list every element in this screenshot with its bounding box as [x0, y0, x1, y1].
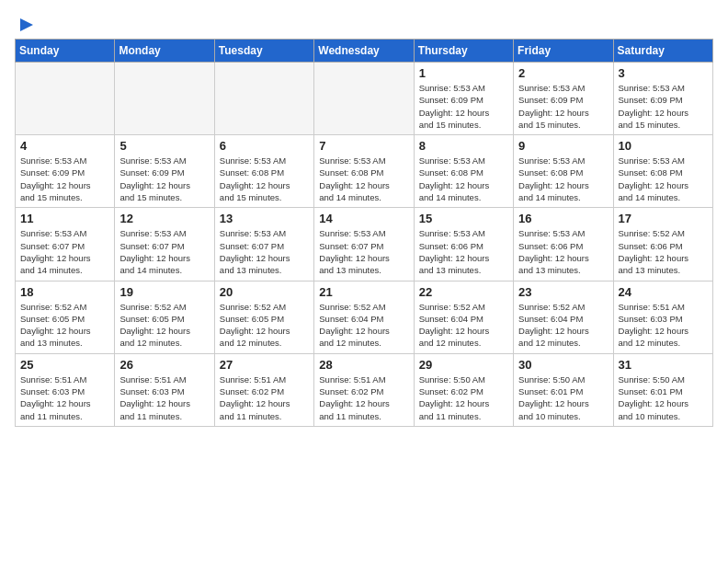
calendar-cell: 28Sunrise: 5:51 AMSunset: 6:02 PMDayligh… [314, 353, 414, 426]
day-header-monday: Monday [115, 40, 214, 63]
day-header-wednesday: Wednesday [314, 40, 414, 63]
calendar-cell: 4Sunrise: 5:53 AMSunset: 6:09 PMDaylight… [16, 135, 115, 208]
day-number: 8 [419, 139, 508, 153]
day-info: Sunrise: 5:53 AMSunset: 6:06 PMDaylight:… [419, 227, 508, 276]
calendar-cell [314, 63, 414, 135]
day-number: 24 [619, 285, 708, 299]
calendar-cell: 6Sunrise: 5:53 AMSunset: 6:08 PMDaylight… [214, 135, 313, 208]
day-info: Sunrise: 5:53 AMSunset: 6:08 PMDaylight:… [518, 155, 608, 203]
day-info: Sunrise: 5:51 AMSunset: 6:02 PMDaylight:… [319, 373, 408, 422]
day-info: Sunrise: 5:53 AMSunset: 6:08 PMDaylight:… [319, 155, 408, 203]
calendar-body: 1Sunrise: 5:53 AMSunset: 6:09 PMDaylight… [16, 63, 713, 427]
day-number: 29 [419, 358, 508, 372]
calendar-cell [16, 63, 115, 135]
day-number: 18 [20, 285, 109, 299]
calendar-cell: 24Sunrise: 5:51 AMSunset: 6:03 PMDayligh… [613, 281, 712, 353]
calendar-cell: 2Sunrise: 5:53 AMSunset: 6:09 PMDaylight… [514, 63, 613, 135]
day-info: Sunrise: 5:53 AMSunset: 6:09 PMDaylight:… [518, 82, 608, 131]
day-info: Sunrise: 5:53 AMSunset: 6:09 PMDaylight:… [419, 82, 508, 131]
day-number: 23 [518, 285, 608, 299]
calendar-cell: 27Sunrise: 5:51 AMSunset: 6:02 PMDayligh… [214, 353, 313, 426]
day-header-sunday: Sunday [16, 40, 115, 63]
day-number: 25 [20, 358, 109, 372]
calendar-week-0: 1Sunrise: 5:53 AMSunset: 6:09 PMDaylight… [16, 63, 713, 135]
calendar-cell: 13Sunrise: 5:53 AMSunset: 6:07 PMDayligh… [214, 208, 313, 281]
svg-marker-0 [20, 18, 33, 31]
day-info: Sunrise: 5:53 AMSunset: 6:07 PMDaylight:… [119, 227, 209, 276]
calendar-week-4: 25Sunrise: 5:51 AMSunset: 6:03 PMDayligh… [16, 353, 713, 426]
day-number: 7 [319, 139, 408, 153]
day-info: Sunrise: 5:52 AMSunset: 6:05 PMDaylight:… [220, 301, 309, 350]
day-number: 5 [119, 139, 209, 153]
calendar-cell: 22Sunrise: 5:52 AMSunset: 6:04 PMDayligh… [414, 281, 513, 353]
calendar-cell: 1Sunrise: 5:53 AMSunset: 6:09 PMDaylight… [414, 63, 513, 135]
calendar-cell: 15Sunrise: 5:53 AMSunset: 6:06 PMDayligh… [414, 208, 513, 281]
calendar-week-1: 4Sunrise: 5:53 AMSunset: 6:09 PMDaylight… [16, 135, 713, 208]
day-info: Sunrise: 5:53 AMSunset: 6:07 PMDaylight:… [20, 227, 109, 276]
day-info: Sunrise: 5:53 AMSunset: 6:08 PMDaylight:… [419, 155, 508, 203]
calendar-cell: 5Sunrise: 5:53 AMSunset: 6:09 PMDaylight… [115, 135, 214, 208]
day-number: 20 [220, 285, 309, 299]
day-header-thursday: Thursday [414, 40, 513, 63]
day-info: Sunrise: 5:52 AMSunset: 6:05 PMDaylight:… [119, 301, 209, 350]
day-info: Sunrise: 5:51 AMSunset: 6:02 PMDaylight:… [220, 373, 309, 422]
logo [15, 15, 37, 31]
day-info: Sunrise: 5:52 AMSunset: 6:04 PMDaylight:… [518, 301, 608, 350]
calendar: SundayMondayTuesdayWednesdayThursdayFrid… [15, 39, 713, 427]
day-number: 31 [619, 358, 708, 372]
calendar-cell: 12Sunrise: 5:53 AMSunset: 6:07 PMDayligh… [115, 208, 214, 281]
day-number: 28 [319, 358, 408, 372]
day-number: 15 [419, 212, 508, 225]
calendar-cell: 23Sunrise: 5:52 AMSunset: 6:04 PMDayligh… [514, 281, 613, 353]
day-info: Sunrise: 5:53 AMSunset: 6:07 PMDaylight:… [319, 227, 408, 276]
day-number: 17 [619, 212, 708, 225]
day-number: 14 [319, 212, 408, 225]
day-number: 12 [119, 212, 209, 225]
calendar-cell: 17Sunrise: 5:52 AMSunset: 6:06 PMDayligh… [613, 208, 712, 281]
day-info: Sunrise: 5:51 AMSunset: 6:03 PMDaylight:… [20, 373, 109, 422]
day-number: 10 [619, 139, 708, 153]
calendar-week-2: 11Sunrise: 5:53 AMSunset: 6:07 PMDayligh… [16, 208, 713, 281]
calendar-cell: 20Sunrise: 5:52 AMSunset: 6:05 PMDayligh… [214, 281, 313, 353]
day-info: Sunrise: 5:53 AMSunset: 6:08 PMDaylight:… [619, 155, 708, 203]
calendar-cell: 7Sunrise: 5:53 AMSunset: 6:08 PMDaylight… [314, 135, 414, 208]
day-info: Sunrise: 5:50 AMSunset: 6:01 PMDaylight:… [619, 373, 708, 422]
day-info: Sunrise: 5:53 AMSunset: 6:06 PMDaylight:… [518, 227, 608, 276]
day-info: Sunrise: 5:52 AMSunset: 6:04 PMDaylight:… [419, 301, 508, 350]
calendar-cell: 25Sunrise: 5:51 AMSunset: 6:03 PMDayligh… [16, 353, 115, 426]
calendar-cell: 21Sunrise: 5:52 AMSunset: 6:04 PMDayligh… [314, 281, 414, 353]
day-number: 16 [518, 212, 608, 225]
calendar-cell: 11Sunrise: 5:53 AMSunset: 6:07 PMDayligh… [16, 208, 115, 281]
calendar-cell: 31Sunrise: 5:50 AMSunset: 6:01 PMDayligh… [613, 353, 712, 426]
day-number: 27 [220, 358, 309, 372]
day-number: 3 [619, 66, 708, 80]
calendar-cell: 14Sunrise: 5:53 AMSunset: 6:07 PMDayligh… [314, 208, 414, 281]
day-info: Sunrise: 5:53 AMSunset: 6:09 PMDaylight:… [119, 155, 209, 203]
day-number: 26 [119, 358, 209, 372]
day-number: 21 [319, 285, 408, 299]
calendar-cell: 19Sunrise: 5:52 AMSunset: 6:05 PMDayligh… [115, 281, 214, 353]
day-info: Sunrise: 5:53 AMSunset: 6:07 PMDaylight:… [220, 227, 309, 276]
day-info: Sunrise: 5:53 AMSunset: 6:09 PMDaylight:… [20, 155, 109, 203]
calendar-cell: 8Sunrise: 5:53 AMSunset: 6:08 PMDaylight… [414, 135, 513, 208]
day-number: 1 [419, 66, 508, 80]
day-info: Sunrise: 5:50 AMSunset: 6:02 PMDaylight:… [419, 373, 508, 422]
calendar-header-row: SundayMondayTuesdayWednesdayThursdayFrid… [16, 40, 713, 63]
calendar-cell [115, 63, 214, 135]
calendar-cell: 3Sunrise: 5:53 AMSunset: 6:09 PMDaylight… [613, 63, 712, 135]
day-number: 6 [220, 139, 309, 153]
day-number: 13 [220, 212, 309, 225]
day-info: Sunrise: 5:53 AMSunset: 6:08 PMDaylight:… [220, 155, 309, 203]
day-info: Sunrise: 5:52 AMSunset: 6:04 PMDaylight:… [319, 301, 408, 350]
day-info: Sunrise: 5:53 AMSunset: 6:09 PMDaylight:… [619, 82, 708, 131]
calendar-week-3: 18Sunrise: 5:52 AMSunset: 6:05 PMDayligh… [16, 281, 713, 353]
calendar-cell: 9Sunrise: 5:53 AMSunset: 6:08 PMDaylight… [514, 135, 613, 208]
calendar-cell [214, 63, 313, 135]
day-info: Sunrise: 5:52 AMSunset: 6:06 PMDaylight:… [619, 227, 708, 276]
logo-icon [17, 15, 37, 35]
header [15, 15, 713, 31]
day-number: 30 [518, 358, 608, 372]
day-header-friday: Friday [514, 40, 613, 63]
calendar-cell: 29Sunrise: 5:50 AMSunset: 6:02 PMDayligh… [414, 353, 513, 426]
day-header-saturday: Saturday [613, 40, 712, 63]
